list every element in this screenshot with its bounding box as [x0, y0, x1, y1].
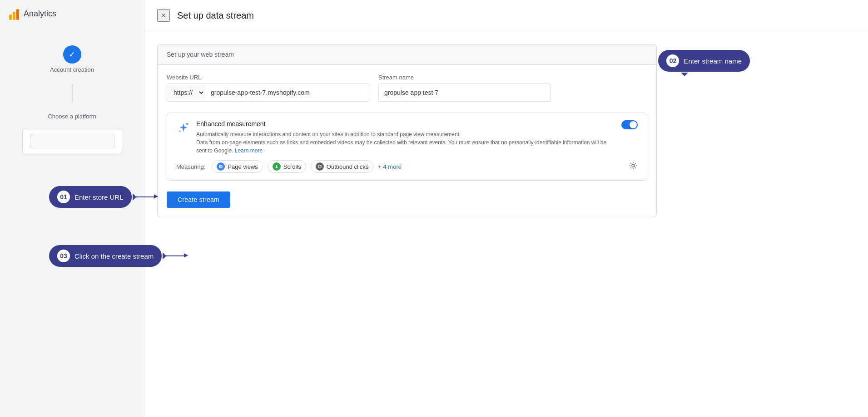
chip-scrolls: Scrolls — [268, 160, 306, 173]
step1-container: ✓ Account creation — [50, 45, 94, 73]
dialog-header: × Set up data stream — [144, 0, 868, 31]
website-url-label: Website URL — [167, 74, 369, 81]
app-title: Analytics — [24, 9, 56, 19]
annotation-num-01: 01 — [57, 191, 70, 203]
svg-point-3 — [220, 166, 221, 167]
measuring-row: Measuring: Page views — [176, 160, 638, 173]
enhanced-toggle[interactable] — [621, 120, 638, 129]
enhanced-desc-text: Automatically measure interactions and c… — [196, 131, 461, 137]
annotation-arrow-01 — [136, 196, 154, 197]
step2-label: Choose a platform — [48, 113, 96, 120]
annotation-arrow-03 — [166, 255, 184, 256]
enhanced-icon — [176, 120, 191, 135]
logo-bar-3 — [16, 9, 19, 20]
url-input-group: https:// — [167, 83, 369, 102]
url-protocol-select[interactable]: https:// — [167, 84, 205, 101]
close-icon: × — [161, 11, 166, 20]
sidebar-header: Analytics — [0, 0, 144, 27]
main-dialog: × Set up data stream Set up your web str… — [144, 0, 868, 417]
annotation-03: 03 Click on the create stream — [49, 245, 184, 267]
step-connector — [72, 84, 73, 102]
stream-name-input[interactable] — [378, 83, 551, 102]
measuring-label: Measuring: — [176, 163, 205, 170]
step1-check-icon: ✓ — [63, 45, 81, 64]
scrolls-icon — [273, 162, 281, 171]
step1-label: Account creation — [50, 66, 94, 73]
dialog-title: Set up data stream — [177, 10, 254, 21]
annotation-text-03: Click on the create stream — [74, 252, 154, 260]
analytics-logo — [9, 7, 19, 20]
more-chips-link[interactable]: + 4 more — [378, 163, 402, 170]
gear-icon[interactable] — [629, 161, 638, 172]
url-stream-row: Website URL https:// Stream name — [167, 74, 647, 102]
create-stream-button[interactable]: Create stream — [167, 191, 230, 208]
sidebar: Analytics ✓ Account creation Choose a pl… — [0, 0, 144, 417]
enhanced-desc: Automatically measure interactions and c… — [196, 130, 616, 155]
enhanced-title: Enhanced measurement — [196, 120, 616, 128]
annotation-num-03: 03 — [57, 250, 70, 262]
outbound-icon — [316, 162, 324, 171]
annotation-bubble-03: 03 Click on the create stream — [49, 245, 162, 267]
logo-bar-2 — [13, 12, 15, 20]
toggle-thumb — [630, 121, 637, 128]
enhanced-text-container: Enhanced measurement Automatically measu… — [196, 120, 616, 155]
annotation-text-02: Enter stream name — [684, 57, 742, 65]
toggle-track[interactable] — [621, 120, 638, 129]
annotation-bubble-02: 02 Enter stream name — [658, 50, 750, 72]
stream-name-label: Stream name — [378, 74, 551, 81]
stream-card-body: Website URL https:// Stream name — [158, 65, 656, 217]
enhanced-measurement-section: Enhanced measurement Automatically measu… — [167, 113, 647, 181]
platform-input-mock — [30, 134, 114, 148]
website-url-field-group: Website URL https:// — [167, 74, 369, 102]
stream-card-header: Set up your web stream — [158, 44, 656, 65]
platform-box — [22, 128, 122, 154]
learn-more-link[interactable]: Learn more — [235, 147, 263, 154]
chip-outbound-clicks: Outbound clicks — [311, 160, 374, 173]
chip-page-views: Page views — [212, 160, 263, 173]
page-views-icon — [217, 162, 225, 171]
chip-outbound-label: Outbound clicks — [327, 163, 369, 170]
stream-name-field-group: Stream name — [378, 74, 551, 102]
website-url-input[interactable] — [205, 84, 369, 101]
annotation-bubble-01: 01 Enter store URL — [49, 186, 132, 208]
svg-point-5 — [632, 164, 635, 167]
svg-point-1 — [179, 131, 181, 132]
chip-scrolls-label: Scrolls — [283, 163, 301, 170]
step2-container: Choose a platform — [22, 113, 122, 154]
annotation-01: 01 Enter store URL — [49, 186, 154, 208]
enhanced-header: Enhanced measurement Automatically measu… — [176, 120, 638, 155]
stream-card: Set up your web stream Website URL https… — [157, 44, 657, 217]
annotation-text-01: Enter store URL — [74, 193, 124, 201]
logo-bar-1 — [9, 15, 12, 20]
sidebar-content: ✓ Account creation Choose a platform — [0, 27, 144, 154]
dialog-body: Set up your web stream Website URL https… — [144, 31, 868, 230]
close-button[interactable]: × — [157, 9, 170, 22]
annotation-02: 02 Enter stream name — [658, 50, 750, 72]
svg-point-0 — [186, 123, 188, 125]
annotation-num-02: 02 — [666, 54, 679, 67]
card-header-text: Set up your web stream — [167, 51, 234, 58]
chip-page-views-label: Page views — [228, 163, 258, 170]
